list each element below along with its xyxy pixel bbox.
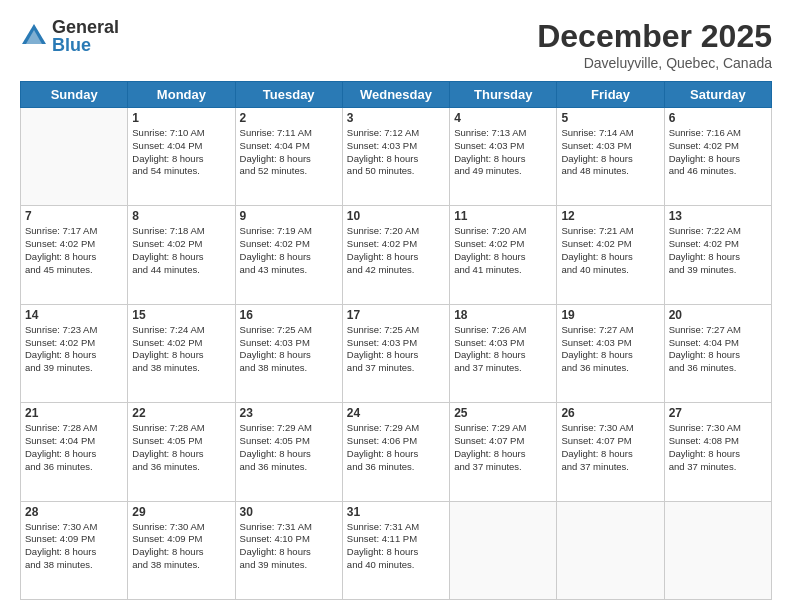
day-number-11: 11 <box>454 209 552 223</box>
day-number-7: 7 <box>25 209 123 223</box>
day-cell-8: 8Sunrise: 7:18 AM Sunset: 4:02 PM Daylig… <box>128 206 235 304</box>
day-info-2: Sunrise: 7:11 AM Sunset: 4:04 PM Dayligh… <box>240 127 338 178</box>
day-number-27: 27 <box>669 406 767 420</box>
day-info-21: Sunrise: 7:28 AM Sunset: 4:04 PM Dayligh… <box>25 422 123 473</box>
day-cell-15: 15Sunrise: 7:24 AM Sunset: 4:02 PM Dayli… <box>128 304 235 402</box>
day-cell-19: 19Sunrise: 7:27 AM Sunset: 4:03 PM Dayli… <box>557 304 664 402</box>
day-number-1: 1 <box>132 111 230 125</box>
day-cell-5: 5Sunrise: 7:14 AM Sunset: 4:03 PM Daylig… <box>557 108 664 206</box>
day-info-1: Sunrise: 7:10 AM Sunset: 4:04 PM Dayligh… <box>132 127 230 178</box>
day-number-30: 30 <box>240 505 338 519</box>
day-info-27: Sunrise: 7:30 AM Sunset: 4:08 PM Dayligh… <box>669 422 767 473</box>
day-info-26: Sunrise: 7:30 AM Sunset: 4:07 PM Dayligh… <box>561 422 659 473</box>
day-cell-6: 6Sunrise: 7:16 AM Sunset: 4:02 PM Daylig… <box>664 108 771 206</box>
day-cell-10: 10Sunrise: 7:20 AM Sunset: 4:02 PM Dayli… <box>342 206 449 304</box>
weekday-header-tuesday: Tuesday <box>235 82 342 108</box>
day-info-28: Sunrise: 7:30 AM Sunset: 4:09 PM Dayligh… <box>25 521 123 572</box>
day-info-29: Sunrise: 7:30 AM Sunset: 4:09 PM Dayligh… <box>132 521 230 572</box>
day-number-23: 23 <box>240 406 338 420</box>
day-cell-12: 12Sunrise: 7:21 AM Sunset: 4:02 PM Dayli… <box>557 206 664 304</box>
day-cell-22: 22Sunrise: 7:28 AM Sunset: 4:05 PM Dayli… <box>128 403 235 501</box>
day-cell-28: 28Sunrise: 7:30 AM Sunset: 4:09 PM Dayli… <box>21 501 128 599</box>
day-cell-17: 17Sunrise: 7:25 AM Sunset: 4:03 PM Dayli… <box>342 304 449 402</box>
day-number-10: 10 <box>347 209 445 223</box>
day-number-16: 16 <box>240 308 338 322</box>
logo-general: General <box>52 18 119 36</box>
day-cell-24: 24Sunrise: 7:29 AM Sunset: 4:06 PM Dayli… <box>342 403 449 501</box>
day-info-25: Sunrise: 7:29 AM Sunset: 4:07 PM Dayligh… <box>454 422 552 473</box>
day-cell-25: 25Sunrise: 7:29 AM Sunset: 4:07 PM Dayli… <box>450 403 557 501</box>
day-info-5: Sunrise: 7:14 AM Sunset: 4:03 PM Dayligh… <box>561 127 659 178</box>
day-cell-26: 26Sunrise: 7:30 AM Sunset: 4:07 PM Dayli… <box>557 403 664 501</box>
calendar-body: 1Sunrise: 7:10 AM Sunset: 4:04 PM Daylig… <box>21 108 772 600</box>
logo-blue: Blue <box>52 36 119 54</box>
weekday-header-row: SundayMondayTuesdayWednesdayThursdayFrid… <box>21 82 772 108</box>
day-cell-27: 27Sunrise: 7:30 AM Sunset: 4:08 PM Dayli… <box>664 403 771 501</box>
logo-icon <box>20 22 48 50</box>
day-info-8: Sunrise: 7:18 AM Sunset: 4:02 PM Dayligh… <box>132 225 230 276</box>
day-cell-11: 11Sunrise: 7:20 AM Sunset: 4:02 PM Dayli… <box>450 206 557 304</box>
day-number-5: 5 <box>561 111 659 125</box>
day-number-2: 2 <box>240 111 338 125</box>
day-cell-2: 2Sunrise: 7:11 AM Sunset: 4:04 PM Daylig… <box>235 108 342 206</box>
day-cell-4: 4Sunrise: 7:13 AM Sunset: 4:03 PM Daylig… <box>450 108 557 206</box>
day-number-29: 29 <box>132 505 230 519</box>
logo: General Blue <box>20 18 119 54</box>
empty-cell <box>450 501 557 599</box>
day-info-16: Sunrise: 7:25 AM Sunset: 4:03 PM Dayligh… <box>240 324 338 375</box>
day-cell-16: 16Sunrise: 7:25 AM Sunset: 4:03 PM Dayli… <box>235 304 342 402</box>
calendar-table: SundayMondayTuesdayWednesdayThursdayFrid… <box>20 81 772 600</box>
day-cell-7: 7Sunrise: 7:17 AM Sunset: 4:02 PM Daylig… <box>21 206 128 304</box>
day-number-18: 18 <box>454 308 552 322</box>
day-cell-29: 29Sunrise: 7:30 AM Sunset: 4:09 PM Dayli… <box>128 501 235 599</box>
day-number-8: 8 <box>132 209 230 223</box>
calendar-row-3: 14Sunrise: 7:23 AM Sunset: 4:02 PM Dayli… <box>21 304 772 402</box>
day-cell-20: 20Sunrise: 7:27 AM Sunset: 4:04 PM Dayli… <box>664 304 771 402</box>
day-info-31: Sunrise: 7:31 AM Sunset: 4:11 PM Dayligh… <box>347 521 445 572</box>
month-title: December 2025 <box>537 18 772 55</box>
day-info-12: Sunrise: 7:21 AM Sunset: 4:02 PM Dayligh… <box>561 225 659 276</box>
day-info-15: Sunrise: 7:24 AM Sunset: 4:02 PM Dayligh… <box>132 324 230 375</box>
day-info-13: Sunrise: 7:22 AM Sunset: 4:02 PM Dayligh… <box>669 225 767 276</box>
day-info-10: Sunrise: 7:20 AM Sunset: 4:02 PM Dayligh… <box>347 225 445 276</box>
day-cell-31: 31Sunrise: 7:31 AM Sunset: 4:11 PM Dayli… <box>342 501 449 599</box>
day-number-15: 15 <box>132 308 230 322</box>
day-number-20: 20 <box>669 308 767 322</box>
empty-cell <box>21 108 128 206</box>
day-info-17: Sunrise: 7:25 AM Sunset: 4:03 PM Dayligh… <box>347 324 445 375</box>
day-number-24: 24 <box>347 406 445 420</box>
day-number-25: 25 <box>454 406 552 420</box>
header: General Blue December 2025 Daveluyville,… <box>20 18 772 71</box>
day-number-3: 3 <box>347 111 445 125</box>
day-info-4: Sunrise: 7:13 AM Sunset: 4:03 PM Dayligh… <box>454 127 552 178</box>
calendar-row-1: 1Sunrise: 7:10 AM Sunset: 4:04 PM Daylig… <box>21 108 772 206</box>
day-cell-14: 14Sunrise: 7:23 AM Sunset: 4:02 PM Dayli… <box>21 304 128 402</box>
day-number-26: 26 <box>561 406 659 420</box>
day-number-22: 22 <box>132 406 230 420</box>
day-info-22: Sunrise: 7:28 AM Sunset: 4:05 PM Dayligh… <box>132 422 230 473</box>
day-cell-3: 3Sunrise: 7:12 AM Sunset: 4:03 PM Daylig… <box>342 108 449 206</box>
day-info-18: Sunrise: 7:26 AM Sunset: 4:03 PM Dayligh… <box>454 324 552 375</box>
day-number-19: 19 <box>561 308 659 322</box>
day-info-24: Sunrise: 7:29 AM Sunset: 4:06 PM Dayligh… <box>347 422 445 473</box>
day-info-9: Sunrise: 7:19 AM Sunset: 4:02 PM Dayligh… <box>240 225 338 276</box>
day-cell-1: 1Sunrise: 7:10 AM Sunset: 4:04 PM Daylig… <box>128 108 235 206</box>
day-cell-13: 13Sunrise: 7:22 AM Sunset: 4:02 PM Dayli… <box>664 206 771 304</box>
day-number-21: 21 <box>25 406 123 420</box>
day-info-20: Sunrise: 7:27 AM Sunset: 4:04 PM Dayligh… <box>669 324 767 375</box>
day-info-19: Sunrise: 7:27 AM Sunset: 4:03 PM Dayligh… <box>561 324 659 375</box>
day-number-12: 12 <box>561 209 659 223</box>
day-number-28: 28 <box>25 505 123 519</box>
empty-cell <box>664 501 771 599</box>
calendar-row-2: 7Sunrise: 7:17 AM Sunset: 4:02 PM Daylig… <box>21 206 772 304</box>
weekday-header-wednesday: Wednesday <box>342 82 449 108</box>
weekday-header-monday: Monday <box>128 82 235 108</box>
day-cell-21: 21Sunrise: 7:28 AM Sunset: 4:04 PM Dayli… <box>21 403 128 501</box>
day-info-14: Sunrise: 7:23 AM Sunset: 4:02 PM Dayligh… <box>25 324 123 375</box>
day-number-6: 6 <box>669 111 767 125</box>
weekday-header-saturday: Saturday <box>664 82 771 108</box>
day-info-6: Sunrise: 7:16 AM Sunset: 4:02 PM Dayligh… <box>669 127 767 178</box>
day-number-4: 4 <box>454 111 552 125</box>
day-info-7: Sunrise: 7:17 AM Sunset: 4:02 PM Dayligh… <box>25 225 123 276</box>
calendar-row-4: 21Sunrise: 7:28 AM Sunset: 4:04 PM Dayli… <box>21 403 772 501</box>
